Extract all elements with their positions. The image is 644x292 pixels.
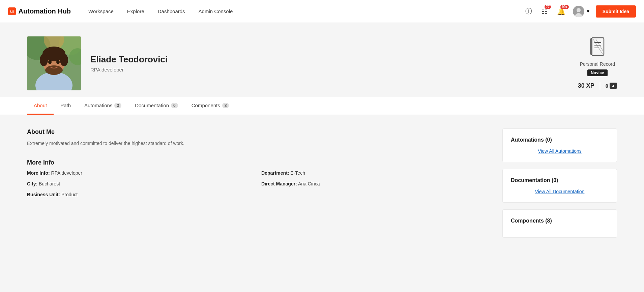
user-menu-button[interactable]: ▼: [573, 6, 590, 17]
info-department-value: E-Tech: [290, 170, 305, 176]
about-me-title: About Me: [27, 128, 482, 136]
tab-path[interactable]: Path: [54, 97, 78, 115]
more-info-section: More Info More Info: RPA developer Depar…: [27, 159, 482, 197]
xp-row: 30 XP 0 ▲: [578, 82, 617, 90]
app-logo[interactable]: ui Automation Hub: [8, 7, 71, 15]
info-business-unit: Business Unit: Product: [27, 192, 248, 197]
svg-point-15: [56, 60, 60, 64]
profile-left: Eliade Teodorovici RPA developer: [27, 36, 168, 90]
nav-dashboards[interactable]: Dashboards: [151, 0, 192, 23]
coins-value: 0 ▲: [606, 83, 617, 89]
info-department: Department: E-Tech: [261, 170, 482, 176]
content-area: About Me Extremely motivated and committ…: [0, 115, 644, 258]
xp-value: 30 XP: [578, 82, 594, 89]
automations-count-badge: 3: [114, 103, 121, 108]
xp-divider: [600, 82, 600, 90]
components-count-badge: 8: [222, 103, 229, 108]
level-badge: Novice: [587, 69, 607, 76]
submit-idea-button[interactable]: Submit Idea: [596, 5, 636, 18]
nav-admin-console[interactable]: Admin Console: [192, 0, 240, 23]
coin-icon: ▲: [610, 83, 617, 89]
svg-point-13: [60, 54, 68, 66]
profile-photo: [27, 36, 81, 90]
app-name: Automation Hub: [19, 7, 71, 15]
automations-card-title: Automations (0): [511, 137, 609, 143]
help-button[interactable]: ⓘ: [523, 5, 534, 18]
profile-name: Eliade Teodorovici: [90, 54, 168, 65]
svg-point-14: [48, 60, 52, 64]
view-all-automations-link[interactable]: View All Automations: [511, 148, 609, 154]
info-business-unit-value: Product: [61, 192, 78, 197]
tab-documentation[interactable]: Documentation 0: [128, 97, 185, 115]
profile-section: Eliade Teodorovici RPA developer Persona…: [0, 23, 644, 97]
coins-number: 0: [606, 83, 608, 89]
nav-workspace[interactable]: Workspace: [82, 0, 120, 23]
components-card: Components (8): [502, 209, 617, 238]
more-info-grid: More Info: RPA developer Department: E-T…: [27, 170, 482, 197]
tab-automations[interactable]: Automations 3: [78, 97, 128, 115]
content-sidebar: Automations (0) View All Automations Doc…: [502, 128, 617, 244]
view-all-documentation-link[interactable]: View All Documentation: [511, 189, 609, 194]
info-direct-manager-value: Ana Cinca: [298, 181, 320, 186]
feed-button[interactable]: ☷ 77: [539, 5, 550, 18]
content-main: About Me Extremely motivated and committ…: [27, 128, 482, 244]
tabs: About Path Automations 3 Documentation 0…: [27, 97, 617, 115]
about-me-section: About Me Extremely motivated and committ…: [27, 128, 482, 147]
navbar: ui Automation Hub Workspace Explore Dash…: [0, 0, 644, 23]
tab-components[interactable]: Components 8: [185, 97, 236, 115]
avatar: [573, 6, 584, 17]
user-menu-chevron: ▼: [586, 9, 590, 14]
svg-point-16: [45, 65, 63, 75]
nav-links: Workspace Explore Dashboards Admin Conso…: [82, 0, 523, 23]
profile-info: Eliade Teodorovici RPA developer: [90, 54, 168, 72]
info-more-info: More Info: RPA developer: [27, 170, 248, 176]
info-city-value: Bucharest: [39, 181, 60, 186]
profile-right: Personal Record Novice 30 XP 0 ▲: [578, 36, 617, 90]
svg-point-1: [577, 8, 581, 12]
automations-card: Automations (0) View All Automations: [502, 128, 617, 162]
nav-explore[interactable]: Explore: [120, 0, 151, 23]
info-direct-manager: Direct Manager: Ana Cinca: [261, 181, 482, 186]
navbar-actions: ⓘ ☷ 77 🔔 99+ ▼ Submit Idea: [523, 5, 636, 18]
info-more-info-value: RPA developer: [51, 170, 82, 176]
notifications-badge: 99+: [560, 5, 569, 9]
help-icon: ⓘ: [525, 7, 532, 16]
notifications-button[interactable]: 🔔 99+: [555, 5, 567, 18]
more-info-title: More Info: [27, 159, 482, 166]
logo-icon: ui: [8, 7, 16, 15]
tabs-section: About Path Automations 3 Documentation 0…: [0, 97, 644, 115]
profile-header: Eliade Teodorovici RPA developer Persona…: [0, 23, 644, 97]
about-bio: Extremely motivated and committed to del…: [27, 140, 482, 147]
feed-badge: 77: [545, 5, 551, 9]
personal-record-label: Personal Record: [580, 61, 615, 67]
svg-line-22: [593, 39, 603, 54]
documentation-card-title: Documentation (0): [511, 177, 609, 183]
documentation-count-badge: 0: [171, 103, 178, 108]
components-card-title: Components (8): [511, 218, 609, 224]
tab-about[interactable]: About: [27, 97, 54, 115]
documentation-card: Documentation (0) View All Documentation: [502, 169, 617, 203]
personal-record-icon: [589, 36, 606, 59]
profile-role: RPA developer: [90, 67, 168, 72]
info-city: City: Bucharest: [27, 181, 248, 186]
svg-point-12: [40, 54, 48, 66]
